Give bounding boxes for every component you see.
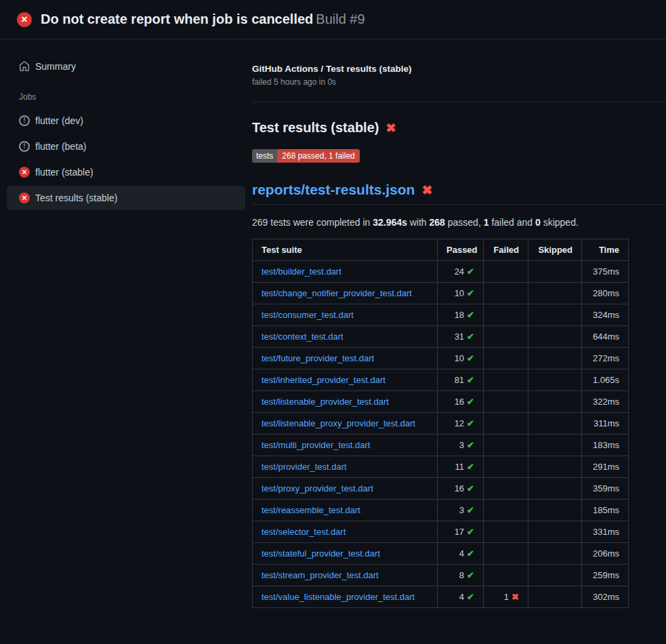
count-value: 1 <box>504 592 509 602</box>
count-value: 16 <box>455 483 464 494</box>
summary-text: skipped. <box>541 217 579 228</box>
divider <box>252 102 666 102</box>
count-value: 12 <box>455 418 464 428</box>
count-value: 10 <box>455 353 464 363</box>
results-table-head-row: Test suitePassedFailedSkippedTime <box>253 239 629 261</box>
count-value: 31 <box>455 331 464 342</box>
skipped-cell <box>528 478 582 500</box>
suite-link[interactable]: test/future_provider_test.dart <box>262 353 374 363</box>
failed-cell <box>484 304 528 326</box>
x-circle-fill-icon: × <box>17 12 32 27</box>
suite-cell: test/provider_test.dart <box>253 456 438 478</box>
skipped-cell <box>528 369 582 391</box>
duration-value: 32.964s <box>373 217 407 228</box>
failed-cell <box>484 500 528 521</box>
col-header-passed: Passed <box>438 239 484 261</box>
suite-cell: test/listenable_proxy_provider_test.dart <box>253 413 438 435</box>
neutral-circle-icon: ! <box>19 115 30 126</box>
suite-link[interactable]: test/builder_test.dart <box>262 266 341 277</box>
skipped-cell <box>528 283 582 304</box>
time-cell: 322ms <box>582 391 629 413</box>
page-title: Do not create report when job is cancell… <box>41 12 365 27</box>
sidebar-job-test-results-stable[interactable]: ×Test results (stable) <box>7 186 245 210</box>
skipped-cell <box>528 391 582 413</box>
count-value: 3 <box>459 505 464 515</box>
suite-cell: test/inherited_provider_test.dart <box>253 369 438 391</box>
failed-cell <box>484 283 528 304</box>
passed-cell: 10✔ <box>438 348 484 369</box>
jobs-list: !flutter (dev)!flutter (beta)×flutter (s… <box>7 108 245 210</box>
failed-cell <box>484 478 528 500</box>
build-number: Build #9 <box>316 12 365 26</box>
job-label: Test results (stable) <box>35 193 117 203</box>
suite-link[interactable]: test/reassemble_test.dart <box>262 505 360 515</box>
passed-cell: 18✔ <box>438 304 484 326</box>
summary-text: 269 tests were completed in <box>252 217 373 228</box>
failed-cell <box>484 326 528 348</box>
job-label: flutter (dev) <box>35 115 83 126</box>
suite-link[interactable]: test/stream_provider_test.dart <box>262 570 379 580</box>
time-cell: 280ms <box>582 283 629 304</box>
check-icon: ✔ <box>467 310 474 320</box>
failed-cell <box>484 521 528 543</box>
failed-cell <box>484 435 528 456</box>
sidebar-job-flutter-stable[interactable]: ×flutter (stable) <box>7 160 245 184</box>
suite-link[interactable]: test/value_listenable_provider_test.dart <box>262 592 415 602</box>
suite-link[interactable]: test/context_test.dart <box>262 331 344 342</box>
passed-cell: 10✔ <box>438 283 484 304</box>
check-icon: ✔ <box>467 527 474 537</box>
badge-label: tests <box>252 149 277 163</box>
count-value: 8 <box>459 570 464 580</box>
time-cell: 359ms <box>582 478 629 500</box>
count-value: 16 <box>455 397 464 407</box>
x-circle-fill-icon: × <box>19 193 30 203</box>
count-value: 18 <box>455 310 464 320</box>
home-icon <box>19 61 30 72</box>
suite-link[interactable]: test/change_notifier_provider_test.dart <box>262 288 412 298</box>
suite-link[interactable]: test/listenable_provider_test.dart <box>262 397 389 407</box>
failed-cell <box>484 543 528 565</box>
suite-link[interactable]: test/selector_test.dart <box>262 527 346 537</box>
time-cell: 206ms <box>582 543 629 565</box>
run-meta: failed 5 hours ago in 0s <box>252 77 666 87</box>
count-value: 81 <box>455 375 464 385</box>
x-emoji-icon: ✖ <box>386 122 396 134</box>
passed-cell: 16✔ <box>438 478 484 500</box>
sidebar-job-flutter-dev[interactable]: !flutter (dev) <box>7 108 245 133</box>
sidebar-job-flutter-beta[interactable]: !flutter (beta) <box>7 134 245 159</box>
suite-link[interactable]: test/listenable_proxy_provider_test.dart <box>262 418 415 428</box>
main-panel: GitHub Actions / Test results (stable) f… <box>252 39 666 644</box>
time-cell: 272ms <box>582 348 629 369</box>
section-title-text: Test results (stable) <box>252 120 379 136</box>
suite-link[interactable]: test/stateful_provider_test.dart <box>262 548 380 559</box>
count-value: 24 <box>455 266 464 277</box>
time-cell: 259ms <box>582 565 629 586</box>
report-link[interactable]: reports/test-results.json <box>252 182 415 198</box>
skipped-count: 0 <box>535 217 541 228</box>
suite-cell: test/builder_test.dart <box>253 261 438 283</box>
content-area: Summary Jobs !flutter (dev)!flutter (bet… <box>0 39 666 644</box>
suite-link[interactable]: test/multi_provider_test.dart <box>262 440 370 450</box>
summary-line: 269 tests were completed in 32.964s with… <box>252 217 666 228</box>
suite-link[interactable]: test/provider_test.dart <box>262 462 347 472</box>
suite-link[interactable]: test/consumer_test.dart <box>262 310 354 320</box>
summary-text: with <box>407 217 430 228</box>
suite-link[interactable]: test/inherited_provider_test.dart <box>262 375 386 385</box>
failed-cell <box>484 261 528 283</box>
count-value: 3 <box>459 440 464 450</box>
job-label: flutter (beta) <box>35 141 86 152</box>
suite-cell: test/future_provider_test.dart <box>253 348 438 369</box>
skipped-cell <box>528 413 582 435</box>
suite-cell: test/selector_test.dart <box>253 521 438 543</box>
results-table: Test suitePassedFailedSkippedTime test/b… <box>252 239 629 608</box>
sidebar-item-summary[interactable]: Summary <box>7 54 245 79</box>
failed-cell <box>484 413 528 435</box>
breadcrumb: GitHub Actions / Test results (stable) <box>252 64 666 74</box>
suite-link[interactable]: test/proxy_provider_test.dart <box>262 483 373 494</box>
results-table-body: test/builder_test.dart24✔375mstest/chang… <box>253 261 629 608</box>
skipped-cell <box>528 586 582 608</box>
time-cell: 331ms <box>582 521 629 543</box>
passed-cell: 11✔ <box>438 456 484 478</box>
time-cell: 302ms <box>582 586 629 608</box>
skipped-cell <box>528 543 582 565</box>
